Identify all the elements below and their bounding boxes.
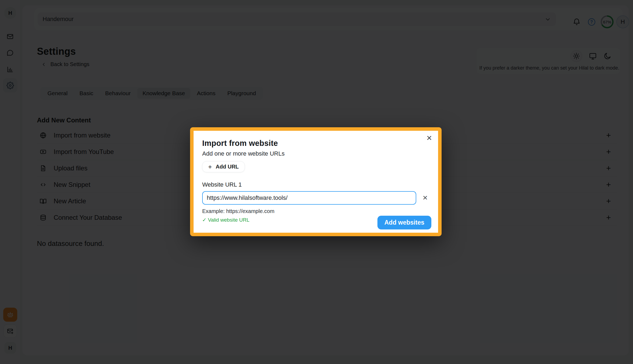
modal-subtitle: Add one or more website URLs [202, 150, 429, 157]
clear-url-icon[interactable]: ✕ [422, 195, 428, 201]
close-icon[interactable]: ✕ [426, 135, 432, 142]
website-url-label: Website URL 1 [202, 181, 429, 188]
import-website-modal: ✕ Import from website Add one or more we… [194, 131, 438, 233]
add-url-label: Add URL [216, 164, 239, 170]
modal-title: Import from website [202, 139, 429, 148]
website-url-input[interactable] [202, 191, 416, 205]
import-website-modal-highlight: ✕ Import from website Add one or more we… [190, 127, 442, 236]
url-example-text: Example: https://example.com [202, 208, 429, 214]
add-websites-button[interactable]: Add websites [377, 216, 431, 229]
add-url-button[interactable]: + Add URL [202, 161, 245, 172]
plus-icon: + [208, 163, 212, 171]
